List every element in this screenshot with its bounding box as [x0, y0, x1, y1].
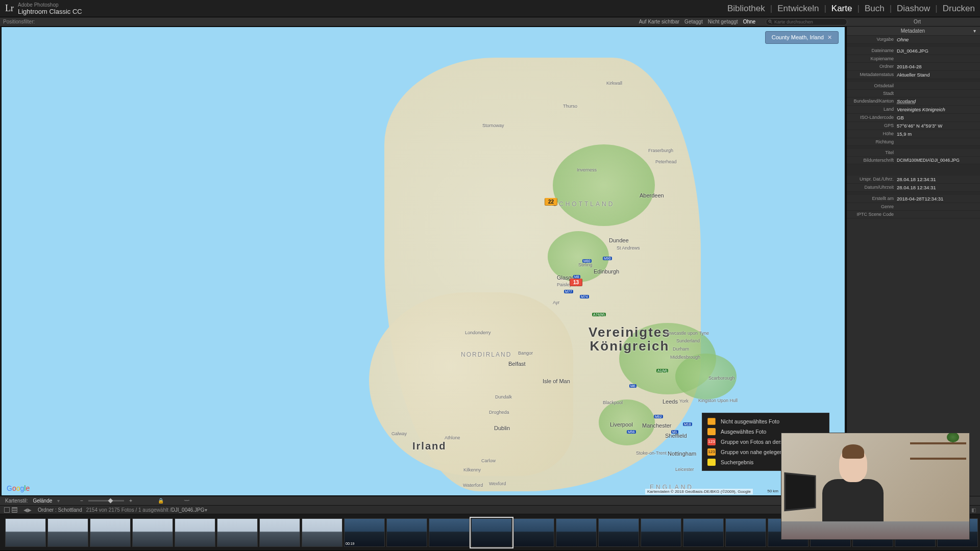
map-canvas[interactable]: Vereinigtes Königreich Irland NORDIRLAND…	[1, 27, 845, 496]
city-belfast: Belfast	[508, 361, 526, 367]
city-edinburgh: Edinburgh	[594, 268, 619, 274]
map-marker-cluster-13[interactable]: 13	[570, 279, 582, 286]
city-dundalk: Dundalk	[495, 394, 512, 399]
filmstrip-count: 2154 von 2175 Fotos / 1 ausgewählt /	[86, 507, 172, 513]
nav-back-icon[interactable]: ◀	[23, 507, 28, 513]
brand-line2: Lightroom Classic CC	[18, 8, 82, 15]
metadata-panel: . Metadaten ▾ VorgabeOhne DateinameDJI_0…	[846, 27, 980, 496]
brand-line1: Adobe Photoshop	[18, 2, 82, 8]
city-middlesbrough: Middlesbrough	[670, 355, 700, 360]
region-scotland: SCHOTTLAND	[553, 201, 615, 208]
view-grid-icon[interactable]	[12, 507, 17, 513]
city-aberdeen: Aberdeen	[640, 192, 664, 198]
thumb-11[interactable]	[429, 518, 470, 547]
legend-selected: Ausgewähltes Foto	[721, 429, 766, 435]
thumb-17[interactable]	[683, 518, 724, 547]
city-waterford: Waterford	[463, 483, 483, 488]
meta-direction[interactable]	[897, 139, 977, 144]
filter-untagged[interactable]: Nicht getaggt	[708, 19, 738, 24]
thumb-12-selected[interactable]	[471, 518, 512, 547]
filter-tagged[interactable]: Getaggt	[684, 19, 703, 24]
meta-country[interactable]: Vereinigtes Königreich	[897, 107, 977, 112]
zoom-minus-icon[interactable]: −	[80, 498, 83, 504]
tracklog-icon[interactable]: 〰	[184, 498, 189, 504]
lock-icon[interactable]: 🔒	[158, 498, 164, 504]
module-print[interactable]: Drucken	[943, 4, 975, 14]
city-liverpool: Liverpool	[610, 421, 633, 428]
thumb-7[interactable]	[259, 518, 300, 547]
close-icon[interactable]: ✕	[827, 34, 832, 40]
meta-sublocation[interactable]	[897, 83, 977, 88]
module-slideshow[interactable]: Diashow	[897, 4, 930, 14]
city-sunderland: Sunderland	[676, 338, 700, 343]
city-standrews: St Andrews	[617, 245, 640, 251]
thumb-6[interactable]	[217, 518, 258, 547]
filter-visible[interactable]: Auf Karte sichtbar	[639, 19, 679, 24]
city-galway: Galway	[391, 431, 407, 436]
country-ireland: Irland	[412, 440, 446, 452]
meta-date-original: 28.04.18 12:34:31	[897, 177, 977, 182]
thumb-4[interactable]	[132, 518, 173, 547]
thumb-14[interactable]	[556, 518, 597, 547]
map-attribution: Kartendaten © 2018 GeoBasis-DE/BKG (©200…	[645, 489, 753, 494]
thumb-8[interactable]	[302, 518, 342, 547]
nav-fwd-icon[interactable]: ▶	[28, 507, 32, 513]
location-chip[interactable]: County Meath, Irland ✕	[765, 31, 839, 44]
city-inverness: Inverness	[577, 167, 597, 172]
meta-state[interactable]: Scotland	[897, 98, 977, 104]
thumb-13[interactable]	[513, 518, 554, 547]
view-single-icon[interactable]	[4, 507, 10, 513]
meta-preset[interactable]: Ohne	[897, 37, 977, 42]
thumb-9[interactable]: 00:19	[344, 518, 385, 547]
zoom-slider[interactable]	[88, 500, 124, 502]
country-uk-2: Königreich	[590, 338, 669, 354]
city-drogheda: Drogheda	[489, 410, 509, 415]
city-wexford: Wexford	[489, 481, 506, 486]
legend-unselected: Nicht ausgewähltes Foto	[721, 418, 779, 424]
meta-city[interactable]	[897, 91, 977, 96]
thumb-18[interactable]	[725, 518, 766, 547]
module-map[interactable]: Karte	[831, 4, 852, 14]
location-filter-bar: Positionsfilter: Auf Karte sichtbar Geta…	[0, 17, 980, 27]
meta-iso[interactable]: GB	[897, 115, 977, 120]
region-nireland: NORDIRLAND	[461, 351, 511, 358]
location-filter-options: Auf Karte sichtbar Getaggt Nicht getaggt…	[639, 19, 755, 24]
thumb-5[interactable]	[175, 518, 215, 547]
thumb-15[interactable]	[598, 518, 639, 547]
module-develop[interactable]: Entwickeln	[777, 4, 819, 14]
filmstrip-path[interactable]: Ordner : Schottland	[38, 507, 82, 513]
chevron-down-icon[interactable]: ▾	[973, 28, 976, 34]
meta-gps[interactable]: 57°6'46" N 4°59'3" W	[897, 123, 977, 129]
map-provider-logo: Google	[7, 484, 30, 492]
filter-none[interactable]: Ohne	[743, 19, 755, 24]
thumb-1[interactable]	[5, 518, 46, 547]
meta-title[interactable]	[897, 150, 977, 155]
module-book[interactable]: Buch	[865, 4, 885, 14]
module-library[interactable]: Bibliothek	[727, 4, 765, 14]
city-stornoway: Stornoway	[482, 123, 504, 128]
meta-caption[interactable]: DCIM\100MEDIA\DJI_0046.JPG	[897, 158, 977, 163]
mapstyle-value[interactable]: Gelände	[33, 498, 52, 504]
meta-datetime: 28.04.18 12:34:31	[897, 185, 977, 190]
meta-filename: DJI_0046.JPG	[897, 48, 977, 54]
thumb-3[interactable]	[90, 518, 131, 547]
right-panel-tab-ort[interactable]: Ort	[914, 19, 921, 24]
meta-altitude[interactable]: 15,9 m	[897, 131, 977, 137]
app-logo: Lr	[5, 3, 14, 14]
city-stoke: Stoke-on-Trent	[636, 450, 667, 456]
zoom-plus-icon[interactable]: +	[129, 498, 132, 504]
meta-copyname[interactable]	[897, 56, 977, 61]
meta-scene-code[interactable]	[897, 212, 977, 217]
thumb-16[interactable]	[641, 518, 681, 547]
city-durham: Durham	[673, 346, 689, 352]
city-manchester: Manchester	[642, 422, 671, 429]
panel-tab-metadata[interactable]: Metadaten	[901, 28, 925, 34]
city-scarborough: Scarborough	[708, 375, 735, 381]
map-search-input[interactable]: Karte durchsuchen	[766, 18, 847, 26]
meta-genre[interactable]	[897, 204, 977, 209]
map-marker-cluster-22[interactable]: 22	[545, 198, 557, 206]
city-londonderry: Londonderry	[465, 330, 491, 335]
filter-toggle-icon[interactable]: ◧	[971, 507, 976, 513]
thumb-10[interactable]	[386, 518, 427, 547]
thumb-2[interactable]	[47, 518, 88, 547]
